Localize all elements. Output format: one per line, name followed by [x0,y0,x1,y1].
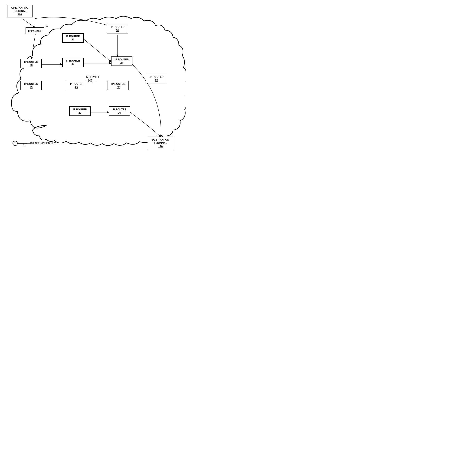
node-label: DESTINATIONTERMINAL [152,138,169,144]
node-router26: IP ROUTER 26 [109,106,130,116]
node-label: IP ROUTER [73,108,87,111]
label-internet-number: 107 [88,79,92,82]
node-number: 24 [120,61,123,64]
node-router24: IP ROUTER 24 [111,56,132,66]
node-number: 26 [118,111,121,114]
label-40: 40 [45,25,48,28]
node-number: 30 [71,63,74,65]
node-label: IP ROUTER [66,35,80,38]
node-label: IP ROUTER [69,83,84,85]
svg-line-1 [22,18,35,28]
node-label: ORIGINATING TERMINAL [11,6,28,12]
node-router30: IP ROUTER 30 [62,58,84,67]
node-number: 28 [155,79,158,82]
node-number: 110 [158,145,163,148]
node-label: IP ROUTER [115,58,129,61]
node-router31: IP ROUTER 31 [107,24,128,34]
node-router32: IP ROUTER 32 [108,81,129,90]
node-router22: IP ROUTER 22 [62,33,84,43]
label-internet: INTERNET [85,75,100,79]
node-router23: IP ROUTER 23 [20,59,42,68]
node-label: IP ROUTER [150,75,164,78]
node-destination-terminal: DESTINATIONTERMINAL 110 [148,136,173,149]
label-encryption-key: 48 ENCRYPTION KEY [30,142,56,144]
node-number: 27 [79,111,81,114]
node-number: 23 [30,64,33,67]
node-number: 29 [30,86,33,88]
node-number: 31 [116,29,119,32]
node-label: IP ROUTER [111,26,124,28]
network-diagram: ORIGINATING TERMINAL 100 IP PACKET 40 IP… [0,0,186,186]
node-router28: IP ROUTER 28 [146,74,167,84]
node-number: 100 [18,13,22,16]
node-number: 25 [75,86,78,88]
node-ip-packet: IP PACKET [26,27,44,34]
node-number: 32 [117,86,120,88]
node-router27: IP ROUTER 27 [69,106,91,116]
node-label: IP ROUTER [66,59,80,62]
node-router25: IP ROUTER 25 [66,81,87,90]
node-label: IP ROUTER [24,83,38,85]
node-router29: IP ROUTER 29 [20,81,42,90]
node-label: IP ROUTER [24,60,38,63]
svg-point-8 [13,141,17,146]
node-label: IP PACKET [28,29,42,33]
node-number: 22 [71,38,74,41]
node-label: IP ROUTER [111,83,125,85]
node-originating-terminal: ORIGINATING TERMINAL 100 [7,5,33,17]
node-label: IP ROUTER [112,108,126,111]
